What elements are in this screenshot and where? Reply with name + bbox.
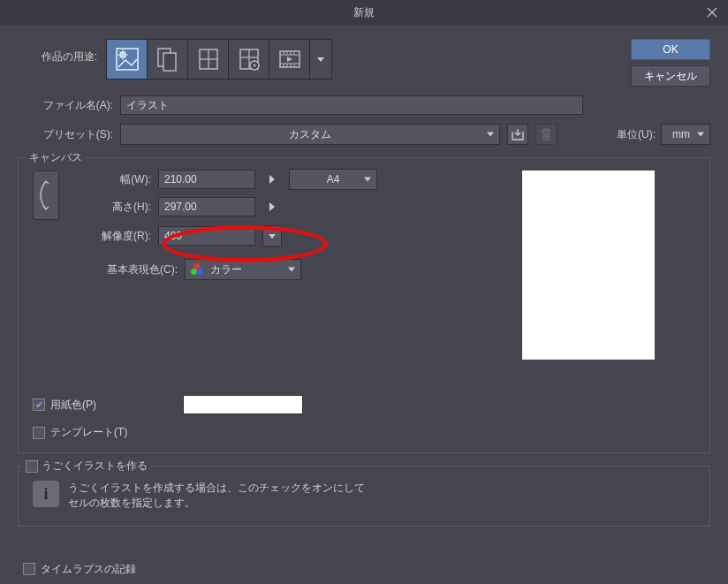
paper-color-swatch[interactable] <box>183 395 303 414</box>
unit-select[interactable]: mm <box>661 124 710 145</box>
chevron-down-icon <box>487 133 494 137</box>
canvas-legend: キャンバス <box>26 150 86 165</box>
titlebar: 新規 <box>0 0 728 25</box>
width-label: 幅(W): <box>80 172 151 187</box>
usage-toolbar <box>106 39 332 80</box>
animate-checkbox[interactable] <box>26 460 38 473</box>
svg-point-11 <box>253 64 255 67</box>
template-checkbox[interactable] <box>33 427 45 439</box>
preset-label: プリセット(S): <box>18 127 113 142</box>
preset-save-button[interactable] <box>507 124 528 145</box>
animate-info-text: うごくイラストを作成する場合は、このチェックをオンにして セルの枚数を指定します… <box>68 481 365 512</box>
basic-color-label: 基本表現色(C): <box>80 262 178 277</box>
animate-fieldset: うごくイラストを作る i うごくイラストを作成する場合は、このチェックをオンにし… <box>18 466 710 527</box>
usage-label: 作品の用途: <box>18 39 97 64</box>
color-mode-select[interactable]: カラー <box>185 259 301 280</box>
size-preset-select[interactable]: A4 <box>289 169 377 190</box>
svg-rect-3 <box>163 53 176 71</box>
usage-page-icon[interactable] <box>188 40 229 79</box>
ok-button[interactable]: OK <box>631 39 710 60</box>
usage-comic-icon[interactable] <box>148 40 188 79</box>
timelapse-checkbox[interactable] <box>23 563 35 575</box>
height-label: 高さ(H): <box>80 200 151 215</box>
resolution-input[interactable] <box>158 226 255 246</box>
paper-color-label: 用紙色(P) <box>50 398 96 413</box>
info-icon: i <box>33 481 59 507</box>
chevron-down-icon <box>364 178 371 182</box>
paper-color-checkbox[interactable]: ✔ <box>33 398 45 411</box>
rgb-icon <box>191 263 203 276</box>
preset-delete-button[interactable] <box>535 124 557 145</box>
canvas-preview <box>522 171 655 360</box>
usage-animation-icon[interactable] <box>269 40 310 79</box>
filename-label: ファイル名(A): <box>18 98 113 113</box>
window-title: 新規 <box>353 5 375 20</box>
chevron-down-icon <box>288 268 295 272</box>
usage-page-settings-icon[interactable] <box>229 40 269 79</box>
resolution-label: 解像度(R): <box>80 229 151 244</box>
animate-legend: うごくイラストを作る <box>42 459 148 474</box>
unit-label: 単位(U): <box>617 127 656 142</box>
cancel-button[interactable]: キャンセル <box>631 65 710 87</box>
height-input[interactable] <box>158 197 255 216</box>
width-input[interactable] <box>158 170 255 189</box>
preset-select[interactable]: カスタム <box>120 124 500 145</box>
resolution-dropdown-button[interactable] <box>262 225 282 246</box>
filename-input[interactable] <box>120 95 583 115</box>
dialog-content: 作品の用途: <box>0 25 728 584</box>
template-label: テンプレート(T) <box>50 425 127 440</box>
orientation-button[interactable] <box>33 171 59 220</box>
usage-dropdown-icon[interactable] <box>310 40 331 79</box>
close-button[interactable] <box>696 0 728 25</box>
canvas-fieldset: キャンバス 幅(W): A4 <box>18 157 710 453</box>
width-arrow-icon[interactable] <box>262 170 282 189</box>
height-arrow-icon[interactable] <box>262 197 282 216</box>
usage-illustration-icon[interactable] <box>107 40 148 79</box>
chevron-down-icon <box>697 133 704 137</box>
timelapse-label: タイムラプスの記録 <box>41 562 136 577</box>
